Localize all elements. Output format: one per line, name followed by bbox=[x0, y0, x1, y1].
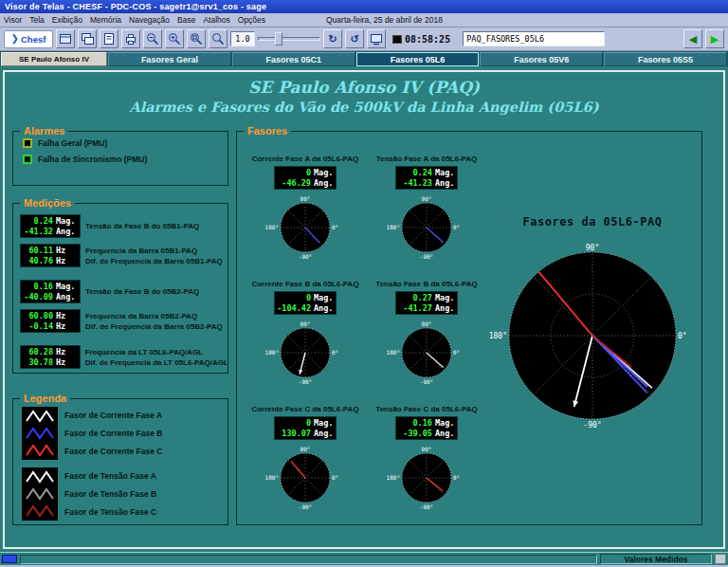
measurement-value-display: 60.28Hz 30.78Hz bbox=[20, 345, 81, 369]
nav-back-button[interactable]: ◀ bbox=[683, 29, 702, 48]
phasor-title: Corrente Fase C da 05L6-PAQ bbox=[251, 405, 358, 413]
alarm-indicator-falha-sincronismo[interactable] bbox=[23, 155, 32, 164]
measurement-value: 60.11 bbox=[23, 246, 53, 256]
alarm-label: Falha de Sincronismo (PMU) bbox=[38, 155, 147, 164]
svg-text:-90°: -90° bbox=[299, 253, 312, 260]
phasor-magnitude-unit: Mag. bbox=[314, 293, 333, 302]
zoom-slider[interactable] bbox=[258, 31, 320, 46]
svg-text:0°: 0° bbox=[453, 349, 460, 356]
zoom-slider-handle[interactable] bbox=[275, 32, 282, 46]
toolbar: ❯ Chesf 1.0 ↻ bbox=[0, 27, 728, 51]
menu-tela[interactable]: Tela bbox=[26, 14, 48, 26]
measurement-value-display: 60.11Hz 40.76Hz bbox=[20, 244, 81, 267]
corrente-column: Corrente Fase A da 05L6-PAQ 0Mag. -46.29… bbox=[245, 145, 366, 521]
save-screen-button[interactable] bbox=[100, 29, 118, 48]
phasor-cell-corrente-a: Corrente Fase A da 05L6-PAQ 0Mag. -46.29… bbox=[252, 155, 359, 267]
tab-fasores-geral[interactable]: Fasores Geral bbox=[108, 52, 231, 66]
svg-text:180°: 180° bbox=[265, 474, 279, 481]
svg-text:180°: 180° bbox=[387, 224, 400, 230]
tab-fasores-05v6[interactable]: Fasores 05V6 bbox=[480, 52, 603, 66]
zoom-area-button[interactable] bbox=[187, 29, 206, 48]
measurement-value-display: 0.16Mag. -40.09Ang. bbox=[20, 280, 81, 303]
measurement-value: 60.00 bbox=[23, 311, 53, 321]
measurement-label: Frequencia da LT 05L6-PAQ/AGL bbox=[85, 347, 228, 357]
measurement-row: 60.11Hz 40.76Hz Frequencia da Barra 05B1… bbox=[20, 244, 228, 267]
zoom-slider-groove bbox=[258, 37, 320, 41]
medicoes-box-title: Medições bbox=[20, 197, 75, 209]
refresh-icon: ↻ bbox=[328, 34, 337, 45]
menu-memoria[interactable]: Memória bbox=[86, 14, 125, 26]
fasores-box-title: Fasores bbox=[244, 125, 291, 137]
svg-text:180°: 180° bbox=[265, 349, 279, 356]
resize-grip[interactable] bbox=[715, 554, 726, 564]
current-date: Quarta-feira, 25 de abril de 2018 bbox=[326, 15, 443, 25]
screen-name-input[interactable] bbox=[463, 31, 605, 46]
measurement-value: -41.32 bbox=[23, 227, 53, 237]
menu-exibicao[interactable]: Exibição bbox=[48, 14, 86, 26]
measurement-row: 0.16Mag. -40.09Ang. Tensão da Fase B do … bbox=[20, 280, 228, 303]
measurement-unit: Mag. bbox=[56, 216, 75, 226]
full-screen-button[interactable] bbox=[367, 29, 386, 48]
phasor-title: Corrente Fase A da 05L6-PAQ bbox=[252, 155, 359, 163]
page-icon bbox=[102, 32, 116, 46]
phasor-angle: -46.29 bbox=[277, 178, 311, 189]
forward-arrow-icon: ▶ bbox=[711, 34, 719, 45]
legend-label: Fasor de Corrente Fase B bbox=[64, 425, 162, 442]
reload-data-button[interactable]: ↺ bbox=[345, 29, 364, 48]
phasor-value-display: 0Mag. -104.42Ang. bbox=[274, 291, 337, 315]
menu-base[interactable]: Base bbox=[173, 14, 199, 26]
refresh-screen-button[interactable]: ↻ bbox=[323, 29, 342, 48]
phasor-cell-corrente-b: Corrente Fase B da 05L6-PAQ 0Mag. -104.4… bbox=[251, 280, 358, 393]
reload-icon: ↺ bbox=[350, 34, 358, 45]
zoom-out-button[interactable] bbox=[143, 29, 162, 48]
menu-visor[interactable]: Visor bbox=[0, 14, 26, 26]
window-icon bbox=[59, 32, 72, 46]
menu-atalhos[interactable]: Atalhos bbox=[199, 14, 233, 26]
medicoes-box: Medições 0.24Mag. -41.32Ang. Tensão da F… bbox=[12, 203, 228, 374]
menu-navegacao[interactable]: Navegação bbox=[125, 14, 173, 26]
wave-icon-corrente-b bbox=[25, 426, 55, 441]
open-screen-button[interactable] bbox=[78, 29, 97, 48]
back-arrow-icon: ◀ bbox=[689, 34, 697, 45]
phasor-title: Tensão Fase B da 05L6-PAQ bbox=[375, 280, 477, 288]
zoom-reset-button[interactable] bbox=[209, 29, 228, 48]
svg-text:90°: 90° bbox=[422, 446, 432, 452]
tab-fasores-05c1[interactable]: Fasores 05C1 bbox=[232, 52, 355, 66]
phasor-value-display: 0Mag. 130.07Ang. bbox=[274, 416, 337, 440]
print-screen-button[interactable] bbox=[121, 29, 140, 48]
monitor-icon bbox=[370, 32, 383, 46]
measurement-value-display: 0.24Mag. -41.32Ang. bbox=[20, 214, 81, 238]
svg-text:180°: 180° bbox=[265, 224, 279, 230]
svg-text:180°: 180° bbox=[387, 474, 400, 481]
measurement-unit: Hz bbox=[56, 246, 65, 255]
alarm-indicator-falha-geral[interactable] bbox=[23, 138, 32, 148]
zoom-in-button[interactable] bbox=[165, 29, 184, 48]
phasor-angle: 130.07 bbox=[277, 429, 311, 439]
combined-phasor-area: Fasores da 05L6-PAQ 90°0°-90°180° bbox=[487, 145, 698, 521]
phasor-magnitude-unit: Mag. bbox=[435, 293, 454, 302]
svg-text:-90°: -90° bbox=[420, 503, 433, 510]
tab-fasores-05s5[interactable]: Fasores 05S5 bbox=[604, 52, 727, 66]
polar-plot-tensao-b: 90°0°-90°180° bbox=[386, 317, 467, 393]
phasor-value-display: 0Mag. -46.29Ang. bbox=[274, 166, 337, 190]
new-screen-button[interactable] bbox=[56, 29, 75, 48]
status-message-area bbox=[20, 555, 597, 564]
wave-icon-tensao-c bbox=[25, 503, 55, 519]
phasor-cell-tensao-b: Tensão Fase B da 05L6-PAQ 0.27Mag. -41.2… bbox=[375, 280, 477, 393]
tab-fasores-05l6[interactable]: Fasores 05L6 bbox=[356, 52, 480, 66]
tabbar: SE Paulo Afonso IV Fasores Geral Fasores… bbox=[0, 51, 728, 66]
svg-text:90°: 90° bbox=[422, 320, 432, 327]
combined-phasor-title: Fasores da 05L6-PAQ bbox=[523, 215, 663, 229]
legend-label: Fasor de Tensão Fase C bbox=[64, 503, 156, 521]
phasor-angle-unit: Ang. bbox=[435, 178, 454, 188]
menu-opcoes[interactable]: Opções bbox=[234, 14, 269, 26]
legenda-box: Legenda Fasor de Corrente Fase A Fasor d… bbox=[12, 398, 228, 525]
screen-canvas: SE Paulo Afonso IV (PAQ) Alarmes e Fasor… bbox=[3, 70, 725, 549]
context-tab-se-paulo-afonso-iv[interactable]: SE Paulo Afonso IV bbox=[1, 52, 107, 66]
app-window: Visor de Telas - CHESF - PDC-COS - saget… bbox=[0, 0, 728, 567]
measurement-value: 40.76 bbox=[23, 256, 53, 266]
zoom-in-icon bbox=[168, 32, 181, 46]
svg-text:0°: 0° bbox=[453, 224, 460, 230]
nav-forward-button[interactable]: ▶ bbox=[705, 29, 724, 48]
status-indicator[interactable] bbox=[2, 555, 17, 563]
